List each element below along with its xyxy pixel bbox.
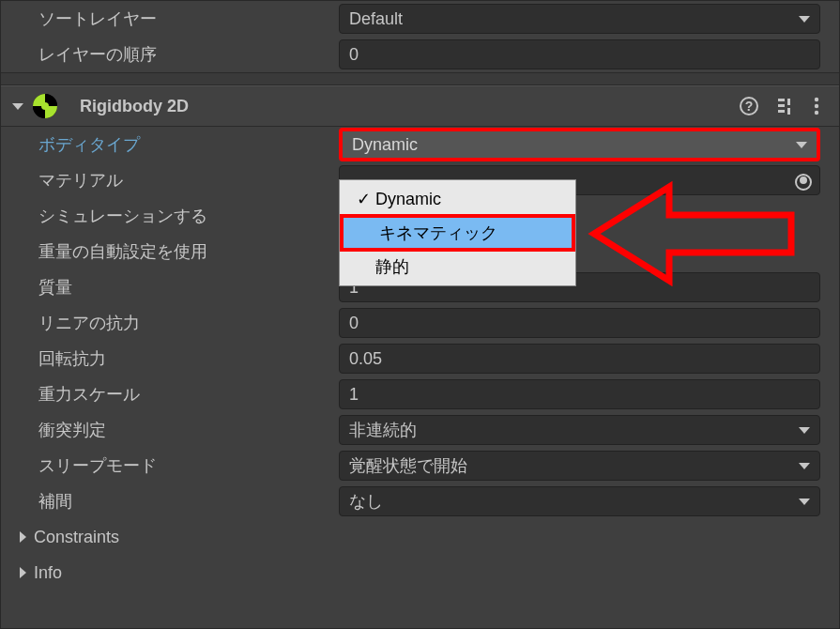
svg-point-1 <box>815 104 818 108</box>
help-icon[interactable]: ? <box>740 97 758 115</box>
gravity-scale-value: 1 <box>349 385 359 405</box>
annotation-arrow-icon <box>585 177 801 295</box>
chevron-right-icon <box>20 531 26 543</box>
angular-drag-label: 回転抗力 <box>38 347 339 370</box>
dropdown-option-static[interactable]: 静的 <box>340 248 575 285</box>
auto-mass-label: 重量の自動設定を使用 <box>38 240 339 263</box>
dropdown-option-label: 静的 <box>375 255 409 278</box>
body-type-dropdown-popup: ✓ Dynamic キネマティック 静的 <box>339 179 576 286</box>
info-label: Info <box>34 563 62 583</box>
svg-point-0 <box>815 98 818 101</box>
body-type-value: Dynamic <box>352 135 418 155</box>
constraints-label: Constraints <box>34 528 119 547</box>
order-in-layer-value: 0 <box>349 45 359 65</box>
svg-point-2 <box>815 111 818 115</box>
sleeping-mode-label: スリープモード <box>38 454 339 477</box>
foldout-icon <box>12 103 23 110</box>
sorting-layer-dropdown[interactable]: Default <box>339 4 820 34</box>
rigidbody2d-header[interactable]: Rigidbody 2D ? <box>1 85 839 127</box>
dropdown-option-dynamic[interactable]: ✓ Dynamic <box>340 180 575 218</box>
sleeping-mode-value: 覚醒状態で開始 <box>349 454 467 477</box>
sleeping-mode-dropdown[interactable]: 覚醒状態で開始 <box>339 451 820 481</box>
linear-drag-input[interactable]: 0 <box>339 308 820 338</box>
order-in-layer-input[interactable]: 0 <box>339 39 820 69</box>
dropdown-option-kinematic[interactable]: キネマティック <box>340 214 575 252</box>
body-type-label: ボディタイプ <box>38 133 339 156</box>
collision-detection-value: 非連続的 <box>349 419 417 441</box>
gravity-scale-label: 重力スケール <box>38 383 339 406</box>
material-label: マテリアル <box>38 169 339 192</box>
interpolate-value: なし <box>349 490 383 513</box>
order-in-layer-label: レイヤーの順序 <box>38 43 339 66</box>
gravity-scale-input[interactable]: 1 <box>339 379 820 409</box>
collision-detection-dropdown[interactable]: 非連続的 <box>339 415 820 445</box>
angular-drag-value: 0.05 <box>349 349 382 369</box>
component-title: Rigidbody 2D <box>80 97 723 116</box>
chevron-right-icon <box>20 567 26 578</box>
dropdown-option-label: Dynamic <box>375 190 441 209</box>
check-icon: ✓ <box>351 189 375 209</box>
sorting-layer-value: Default <box>349 9 403 29</box>
rigidbody2d-icon <box>33 94 57 118</box>
sorting-layer-label: ソートレイヤー <box>38 8 339 30</box>
linear-drag-value: 0 <box>349 314 359 333</box>
collision-detection-label: 衝突判定 <box>38 419 339 441</box>
component-menu-icon[interactable] <box>813 96 820 116</box>
preset-icon[interactable] <box>775 96 796 116</box>
dropdown-option-label: キネマティック <box>379 222 497 244</box>
mass-label: 質量 <box>38 276 339 299</box>
linear-drag-label: リニアの抗力 <box>38 312 339 334</box>
simulated-label: シミュレーションする <box>38 205 339 227</box>
constraints-foldout[interactable]: Constraints <box>1 519 839 555</box>
interpolate-label: 補間 <box>38 490 339 513</box>
body-type-dropdown[interactable]: Dynamic <box>339 128 820 161</box>
interpolate-dropdown[interactable]: なし <box>339 486 820 516</box>
info-foldout[interactable]: Info <box>1 555 839 591</box>
angular-drag-input[interactable]: 0.05 <box>339 344 820 374</box>
